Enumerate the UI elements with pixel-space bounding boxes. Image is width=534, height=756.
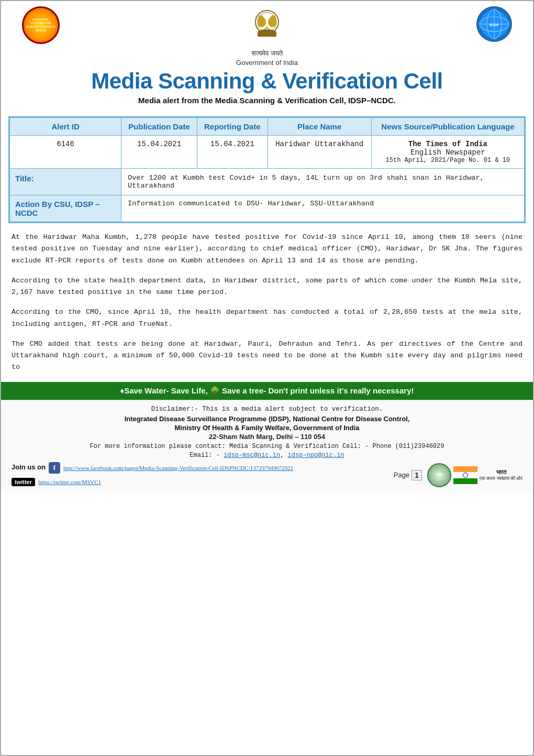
cell-pub-date: 15.04.2021 (121, 136, 197, 169)
place-name-text: Haridwar Uttarakhand (275, 140, 363, 148)
bharat-flag-icon (453, 466, 477, 484)
page-number-wrapper: Page 1 (394, 470, 422, 480)
col-pub-date: Publication Date (121, 118, 197, 136)
col-alert-id: Alert ID (10, 118, 121, 136)
table-header-row: Alert ID Publication Date Reporting Date… (10, 118, 525, 136)
swachh-text: स्वच्छ (436, 473, 442, 477)
main-title: Media Scanning & Verification Cell (91, 69, 443, 94)
globe-logo: IDSP (476, 6, 512, 42)
cell-place-name: Haridwar Uttarakhand (268, 136, 371, 169)
right-badges: Page 1 स्वच्छ भारत एक कदम स्वच्छता की ओर (394, 463, 522, 487)
swachh-bharat-badge: स्वच्छ भारत एक कदम स्वच्छता की ओर (427, 463, 522, 487)
main-title-row: Media Scanning & Verification Cell (12, 69, 522, 94)
save-water-banner: ♦Save Water- Save Life, 🌳 Save a tree- D… (1, 382, 533, 400)
facebook-icon: f (49, 462, 60, 474)
flag-stripe-orange (453, 466, 477, 472)
footer-idsp-line1: Integrated Disease Surveillance Programm… (12, 415, 522, 423)
flag-stripe-white (453, 472, 477, 478)
alert-table-section: Alert ID Publication Date Reporting Date… (8, 116, 526, 223)
svg-text:IDSP: IDSP (490, 23, 499, 27)
col-place-name: Place Name (268, 118, 371, 136)
emblem-area: सत्यमेव जयते Government of India (236, 6, 298, 67)
twitter-row: twitter https://twitter.com/MSVC1 (12, 478, 101, 486)
email-link-2[interactable]: idsp-npo@nic.in (288, 452, 344, 459)
action-row: Action By CSU, IDSP –NCDC Information co… (10, 195, 525, 222)
flag-stripe-green (453, 478, 477, 484)
svg-point-7 (271, 15, 276, 20)
title-label: Title: (10, 169, 121, 195)
page-label: Page (394, 471, 409, 479)
government-label: Government of India (236, 59, 298, 67)
footer-bottom: Join us on f http://www.facebook.com/pag… (12, 462, 522, 488)
col-report-date: Reporting Date (197, 118, 268, 136)
action-label: Action By CSU, IDSP –NCDC (10, 195, 121, 222)
footer-disclaimer: Disclaimer:- This is a media alert subje… (12, 406, 522, 413)
body-paragraph-2: According to the state health department… (12, 275, 522, 299)
body-paragraph-4: The CMO added that tests are being done … (12, 338, 522, 374)
twitter-icon: twitter (12, 478, 35, 486)
subtitle: Media alert from the Media Scanning & Ve… (138, 96, 396, 105)
body-paragraph-3: According to the CMO, since April 10, th… (12, 306, 522, 330)
action-content: Information communicated to DSU- Haridwa… (121, 195, 525, 222)
news-source-name: The Times of India (375, 140, 521, 148)
header-logos-row: NATIONAL CENTRE FOR DISEASE CONTROL DELH… (12, 6, 522, 67)
body-paragraph-1: At the Haridwar Maha Kumbh, 1,278 people… (12, 232, 522, 267)
join-facebook-row: Join us on f http://www.facebook.com/pag… (12, 462, 293, 474)
cell-alert-id: 6146 (10, 136, 121, 169)
page-header: NATIONAL CENTRE FOR DISEASE CONTROL DELH… (1, 1, 533, 109)
footer-email-line: Email: - idsp-msc@nic.in, idsp-npo@nic.i… (12, 452, 522, 459)
news-source-type: English Newspaper (375, 148, 521, 157)
bharat-label-area: भारत एक कदम स्वच्छता की ओर (480, 469, 522, 481)
twitter-link[interactable]: https://twitter.com/MSVC1 (38, 479, 101, 485)
cell-report-date: 15.04.2021 (197, 136, 268, 169)
footer-ministry-line2: Ministry Of Health & Family Welfare, Gov… (12, 424, 522, 432)
page-number: 1 (411, 470, 422, 480)
twitter-section: Join us on f http://www.facebook.com/pag… (12, 462, 293, 488)
email-label: Email: - (190, 452, 220, 459)
join-label: Join us on (12, 463, 46, 471)
ncdc-logo: NATIONAL CENTRE FOR DISEASE CONTROL DELH… (22, 6, 60, 44)
ncdc-logo-text: NATIONAL CENTRE FOR DISEASE CONTROL DELH… (24, 16, 58, 35)
body-section: At the Haridwar Maha Kumbh, 1,278 people… (12, 232, 522, 374)
title-data-row: Title: Over 1200 at Kumbh test Covid+ in… (10, 169, 525, 195)
title-content: Over 1200 at Kumbh test Covid+ in 5 days… (121, 169, 525, 195)
ek-kadam-text: एक कदम स्वच्छता की ओर (480, 476, 522, 481)
table-data-row: 6146 15.04.2021 15.04.2021 Haridwar Utta… (10, 136, 525, 169)
ashoka-wheel-icon (463, 473, 468, 478)
footer-contact: For more information please contact: Med… (12, 443, 522, 450)
bharat-text: भारत (480, 469, 522, 476)
ashoka-emblem-icon (246, 6, 288, 48)
email-link-1[interactable]: idsp-msc@nic.in (224, 452, 280, 459)
facebook-link[interactable]: http://www.facebook.com/pages/Media-Scan… (63, 465, 293, 471)
alert-table: Alert ID Publication Date Reporting Date… (9, 117, 525, 222)
footer-section: Disclaimer:- This is a media alert subje… (1, 400, 533, 491)
col-news-source: News Source/Publication Language (371, 118, 524, 136)
swachh-circle-icon: स्वच्छ (427, 463, 451, 487)
satyamev-jayate-text: सत्यमेव जयते (251, 49, 283, 58)
news-source-date: 15th April, 2021/Page No. 01 & 10 (375, 157, 521, 164)
svg-point-6 (258, 15, 263, 20)
cell-news-source: The Times of India English Newspaper 15t… (371, 136, 524, 169)
footer-address: 22-Sham Nath Marg, Delhi – 110 054 (12, 433, 522, 441)
